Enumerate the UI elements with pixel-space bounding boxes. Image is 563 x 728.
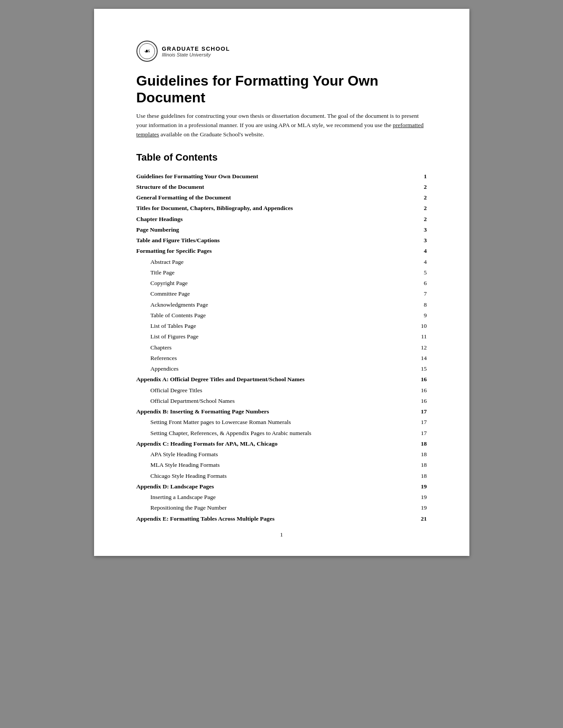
toc-entry-label: Page Numbering — [136, 225, 411, 235]
logo-seal-icon: ☙ — [144, 48, 150, 55]
toc-entry-label: Appendices — [136, 364, 411, 374]
toc-entry-label: Official Degree Titles — [136, 385, 411, 396]
toc-entry-page: 19 — [411, 492, 427, 503]
toc-entry-label: General Formatting of the Document — [136, 192, 411, 203]
toc-entry-page: 2 — [411, 192, 427, 203]
toc-entry-label: Titles for Document, Chapters, Bibliogra… — [136, 203, 411, 214]
toc-row: Title Page5 — [136, 267, 427, 278]
toc-table: Guidelines for Formatting Your Own Docum… — [136, 171, 427, 524]
toc-entry-page: 14 — [411, 353, 427, 364]
toc-entry-page: 17 — [411, 428, 427, 439]
toc-row: Official Department/School Names16 — [136, 396, 427, 406]
toc-row: APA Style Heading Formats18 — [136, 449, 427, 460]
toc-row: Setting Chapter, References, & Appendix … — [136, 428, 427, 439]
toc-entry-page: 16 — [411, 396, 427, 406]
toc-entry-label: Formatting for Specific Pages — [136, 246, 411, 256]
school-sub: Illinois State University — [162, 52, 230, 57]
toc-entry-page: 19 — [411, 503, 427, 513]
toc-row: Appendix A: Official Degree Titles and D… — [136, 374, 427, 385]
toc-row: Copyright Page6 — [136, 278, 427, 289]
toc-entry-page: 10 — [411, 321, 427, 331]
toc-entry-label: APA Style Heading Formats — [136, 449, 411, 460]
toc-row: MLA Style Heading Formats18 — [136, 460, 427, 470]
header-logo: ☙ Graduate School Illinois State Univers… — [136, 41, 427, 62]
toc-entry-page: 3 — [411, 225, 427, 235]
toc-row: Page Numbering3 — [136, 225, 427, 235]
toc-entry-label: Appendix B: Inserting & Formatting Page … — [136, 406, 411, 417]
toc-entry-label: Appendix C: Heading Formats for APA, MLA… — [136, 439, 411, 449]
toc-entry-page: 4 — [411, 257, 427, 267]
toc-entry-label: List of Tables Page — [136, 321, 411, 331]
toc-row: List of Tables Page10 — [136, 321, 427, 331]
preformatted-templates-link[interactable]: preformatted templates — [136, 122, 424, 138]
toc-entry-page: 4 — [411, 246, 427, 256]
toc-entry-label: Inserting a Landscape Page — [136, 492, 411, 503]
toc-row: Table of Contents Page9 — [136, 310, 427, 321]
toc-row: Official Degree Titles16 — [136, 385, 427, 396]
toc-entry-page: 12 — [411, 342, 427, 353]
logo-inner-ring: ☙ — [139, 43, 155, 59]
toc-row: Appendix D: Landscape Pages19 — [136, 481, 427, 492]
toc-entry-label: Committee Page — [136, 289, 411, 299]
toc-row: Chapters12 — [136, 342, 427, 353]
document-page: ☙ Graduate School Illinois State Univers… — [94, 9, 469, 556]
toc-entry-page: 18 — [411, 460, 427, 470]
toc-row: Chapter Headings2 — [136, 214, 427, 225]
toc-entry-page: 2 — [411, 182, 427, 192]
toc-entry-label: Abstract Page — [136, 257, 411, 267]
toc-row: List of Figures Page11 — [136, 331, 427, 342]
toc-entry-label: Title Page — [136, 267, 411, 278]
toc-entry-label: Setting Chapter, References, & Appendix … — [136, 428, 411, 439]
toc-entry-page: 18 — [411, 439, 427, 449]
toc-entry-page: 2 — [411, 203, 427, 214]
toc-entry-page: 1 — [411, 171, 427, 182]
toc-entry-label: Chapters — [136, 342, 411, 353]
toc-entry-page: 2 — [411, 214, 427, 225]
toc-entry-page: 3 — [411, 235, 427, 246]
toc-entry-page: 17 — [411, 406, 427, 417]
page-number: 1 — [280, 531, 283, 538]
toc-row: Appendix E: Formatting Tables Across Mul… — [136, 514, 427, 524]
toc-entry-page: 9 — [411, 310, 427, 321]
toc-row: Inserting a Landscape Page19 — [136, 492, 427, 503]
toc-entry-page: 19 — [411, 481, 427, 492]
toc-row: Committee Page7 — [136, 289, 427, 299]
toc-entry-label: Acknowledgments Page — [136, 300, 411, 310]
toc-entry-label: Structure of the Document — [136, 182, 411, 192]
toc-entry-label: Table of Contents Page — [136, 310, 411, 321]
toc-entry-page: 16 — [411, 374, 427, 385]
toc-row: References14 — [136, 353, 427, 364]
logo-seal: ☙ — [136, 41, 158, 62]
toc-row: Appendix C: Heading Formats for APA, MLA… — [136, 439, 427, 449]
toc-entry-label: List of Figures Page — [136, 331, 411, 342]
toc-entry-label: Setting Front Matter pages to Lowercase … — [136, 417, 411, 428]
toc-entry-label: Guidelines for Formatting Your Own Docum… — [136, 171, 411, 182]
toc-entry-page: 15 — [411, 364, 427, 374]
toc-title: Table of Contents — [136, 152, 427, 163]
doc-intro: Use these guidelines for constructing yo… — [136, 112, 427, 139]
toc-entry-label: Official Department/School Names — [136, 396, 411, 406]
toc-entry-label: References — [136, 353, 411, 364]
toc-row: Acknowledgments Page8 — [136, 300, 427, 310]
toc-entry-label: Table and Figure Titles/Captions — [136, 235, 411, 246]
toc-entry-page: 16 — [411, 385, 427, 396]
toc-entry-page: 18 — [411, 449, 427, 460]
toc-entry-label: Appendix D: Landscape Pages — [136, 481, 411, 492]
toc-row: Structure of the Document2 — [136, 182, 427, 192]
toc-entry-page: 17 — [411, 417, 427, 428]
toc-row: Abstract Page4 — [136, 257, 427, 267]
toc-row: Formatting for Specific Pages4 — [136, 246, 427, 256]
toc-entry-label: Appendix E: Formatting Tables Across Mul… — [136, 514, 411, 524]
toc-row: Appendix B: Inserting & Formatting Page … — [136, 406, 427, 417]
school-name: Graduate School — [162, 45, 230, 52]
toc-entry-page: 18 — [411, 471, 427, 481]
toc-entry-page: 8 — [411, 300, 427, 310]
toc-entry-label: Chapter Headings — [136, 214, 411, 225]
toc-entry-page: 6 — [411, 278, 427, 289]
toc-entry-label: Appendix A: Official Degree Titles and D… — [136, 374, 411, 385]
toc-entry-label: Copyright Page — [136, 278, 411, 289]
toc-row: Appendices15 — [136, 364, 427, 374]
toc-entry-page: 5 — [411, 267, 427, 278]
toc-entry-label: Chicago Style Heading Formats — [136, 471, 411, 481]
logo-text-block: Graduate School Illinois State Universit… — [162, 45, 230, 57]
